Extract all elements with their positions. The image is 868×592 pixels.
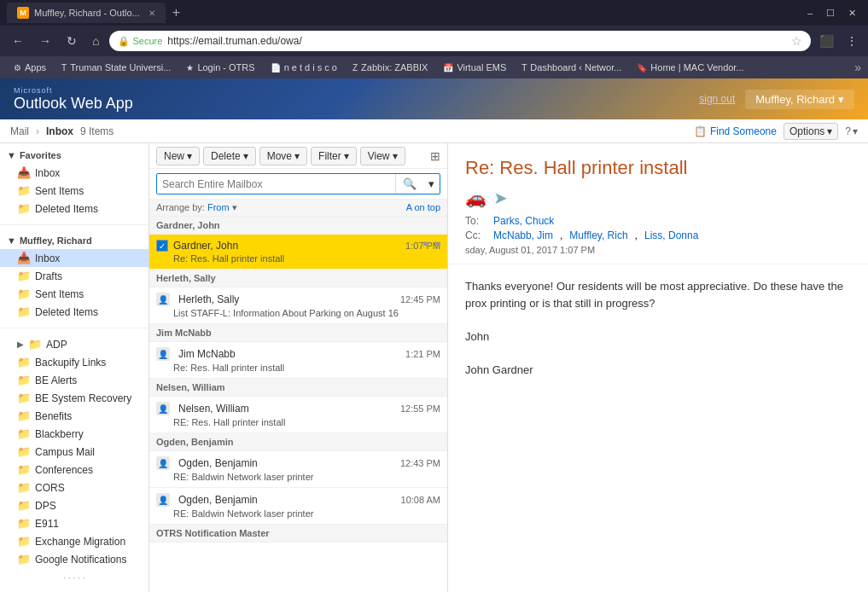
sidebar-item-inbox[interactable]: 📥 Inbox (0, 249, 149, 267)
find-someone-button[interactable]: 📋 Find Someone (694, 125, 777, 137)
extensions-button[interactable]: ⬛ (816, 32, 837, 49)
sidebar-item-sent[interactable]: 📁 Sent Items (0, 285, 149, 303)
email-category-icon[interactable]: ⚑ (434, 240, 442, 251)
sidebar-item-conferences[interactable]: 📁 Conferences (0, 461, 149, 479)
deleted-icon: 📁 (17, 305, 31, 318)
delete-button[interactable]: Delete ▾ (203, 147, 256, 165)
adp-expand-icon: ▶ (17, 340, 24, 349)
sidebar-item-campus-mail[interactable]: 📁 Campus Mail (0, 443, 149, 461)
email-avatar-icon: 👤 (156, 493, 170, 507)
to-label: To: (465, 215, 486, 227)
more-bookmarks-button[interactable]: » (854, 61, 861, 74)
email-item[interactable]: 👤 Nelsen, William 12:55 PM RE: Res. Hall… (149, 397, 447, 433)
sent-icon: 📁 (17, 287, 31, 300)
search-dropdown-button[interactable]: ▾ (423, 176, 440, 192)
nav-mail-link[interactable]: Mail (10, 125, 29, 137)
sign-out-link[interactable]: sign out (699, 93, 735, 105)
sidebar-item-be-system[interactable]: 📁 BE System Recovery (0, 389, 149, 407)
campus-mail-icon: 📁 (17, 445, 31, 458)
bookmark-netdisco[interactable]: 📄 n e t d i s c o (264, 61, 344, 74)
email-checkbox[interactable]: ✓ (156, 240, 168, 252)
arrange-by-link[interactable]: From (207, 202, 230, 212)
a-on-top-link[interactable]: A on top (406, 202, 440, 213)
sidebar-user-section: ▼ Muffley, Richard 📥 Inbox 📁 Drafts 📁 Se… (0, 229, 149, 324)
bookmark-virtual-ems[interactable]: 📅 Virtual EMS (436, 61, 513, 74)
email-avatar-icon: 👤 (156, 402, 170, 415)
email-flag-icon[interactable]: ⚑ (422, 240, 430, 251)
inbox-main-icon: 📥 (17, 252, 31, 264)
browser-tab[interactable]: M Muffley, Richard - Outlo... ✕ (7, 3, 166, 23)
email-item[interactable]: ✓ Gardner, John 1:07 PM Re: Res. Hall pr… (149, 235, 447, 270)
sidebar-item-backupify[interactable]: 📁 Backupify Links (0, 353, 149, 371)
browser-chrome: M Muffley, Richard - Outlo... ✕ + – ☐ ✕ (0, 0, 868, 26)
minimize-button[interactable]: – (802, 6, 818, 20)
menu-button[interactable]: ⋮ (842, 32, 861, 49)
help-button[interactable]: ? ▾ (845, 125, 858, 137)
bookmark-apps[interactable]: ⚙ Apps (7, 61, 53, 74)
sidebar-item-exchange[interactable]: 📁 Exchange Migration (0, 532, 149, 550)
email-list: Gardner, John ✓ Gardner, John 1:07 PM Re… (149, 217, 447, 592)
search-input[interactable] (157, 175, 395, 194)
sidebar-item-favorites-deleted[interactable]: 📁 Deleted Items (0, 200, 149, 218)
sidebar-item-favorites-inbox[interactable]: 📥 Inbox (0, 164, 149, 182)
forward-button[interactable]: → (34, 31, 56, 51)
sidebar-item-blackberry[interactable]: 📁 Blackberry (0, 425, 149, 443)
email-sender: Ogden, Benjamin (178, 457, 395, 469)
email-subject: RE: Baldwin Network laser printer (156, 508, 440, 519)
email-item[interactable]: 👤 Ogden, Benjamin 10:08 AM RE: Baldwin N… (149, 488, 447, 525)
bookmark-mac-vendor[interactable]: 🔖 Home | MAC Vendor... (630, 61, 750, 74)
view-button[interactable]: View ▾ (360, 147, 405, 165)
truman-icon: T (61, 63, 67, 73)
new-button[interactable]: New ▾ (156, 147, 200, 165)
email-item[interactable]: 👤 Jim McNabb 1:21 PM Re: Res. Hall print… (149, 342, 447, 379)
bookmark-truman[interactable]: T Truman State Universi... (55, 61, 178, 74)
sidebar-item-cors[interactable]: 📁 CORS (0, 479, 149, 496)
refresh-button[interactable]: ↻ (61, 31, 82, 51)
netdisco-icon: 📄 (271, 63, 281, 73)
bookmark-zabbix[interactable]: Z Zabbix: ZABBIX (346, 61, 434, 74)
forward-button[interactable]: ➤ (493, 188, 508, 208)
email-group-header-nelsen: Nelsen, William (149, 379, 447, 397)
sidebar-item-deleted[interactable]: 📁 Deleted Items (0, 303, 149, 321)
tab-favicon: M (17, 7, 29, 19)
email-subject: Re: Res. Hall printer install (156, 253, 440, 264)
reading-actions: 🚗 ➤ (465, 188, 851, 208)
sidebar-item-drafts[interactable]: 📁 Drafts (0, 267, 149, 285)
email-subject: RE: Baldwin Network laser printer (156, 472, 440, 482)
filter-button[interactable]: Filter ▾ (311, 147, 357, 165)
cc-sep-1: , (560, 229, 562, 241)
email-item[interactable]: 👤 Ogden, Benjamin 12:43 PM RE: Baldwin N… (149, 451, 447, 488)
bookmark-otrs[interactable]: ★ Login - OTRS (179, 61, 261, 74)
backupify-icon: 📁 (17, 356, 31, 369)
reply-button[interactable]: 🚗 (465, 188, 486, 208)
to-value: Parks, Chuck (493, 215, 554, 227)
sidebar-item-e911[interactable]: 📁 E911 (0, 514, 149, 532)
sidebar-item-dps[interactable]: 📁 DPS (0, 496, 149, 514)
home-button[interactable]: ⌂ (87, 31, 104, 51)
options-button[interactable]: Options ▾ (784, 123, 838, 140)
sidebar-item-adp[interactable]: ▶ 📁 ADP (0, 335, 149, 353)
back-button[interactable]: ← (7, 31, 29, 51)
new-tab-button[interactable]: + (172, 5, 180, 20)
close-button[interactable]: ✕ (843, 6, 861, 20)
sidebar-item-be-alerts[interactable]: 📁 BE Alerts (0, 371, 149, 389)
move-button[interactable]: Move ▾ (259, 147, 307, 165)
sidebar-item-google[interactable]: 📁 Google Notifications (0, 550, 149, 568)
bookmark-star-icon[interactable]: ☆ (791, 34, 802, 48)
otrs-icon: ★ (186, 63, 194, 73)
search-submit-button[interactable]: 🔍 (395, 174, 423, 194)
sidebar-item-favorites-sent[interactable]: 📁 Sent Items (0, 182, 149, 200)
user-menu[interactable]: Muffley, Richard ▾ (745, 90, 854, 109)
address-bar[interactable]: 🔒 Secure https://email.truman.edu/owa/ ☆ (109, 31, 811, 51)
bookmark-dashboard[interactable]: T Dashboard ‹ Networ... (515, 61, 628, 74)
email-item[interactable]: 👤 Herleth, Sally 12:45 PM List STAFF-L: … (149, 287, 447, 324)
maximize-button[interactable]: ☐ (821, 6, 840, 20)
grid-view-icon[interactable]: ⊞ (430, 149, 440, 163)
sent-folder-icon: 📁 (17, 184, 31, 197)
owa-app: Microsoft Outlook Web App sign out Muffl… (0, 78, 868, 592)
blackberry-icon: 📁 (17, 427, 31, 440)
apps-icon: ⚙ (14, 63, 21, 73)
url-text: https://email.truman.edu/owa/ (167, 35, 786, 47)
sidebar-item-benefits[interactable]: 📁 Benefits (0, 407, 149, 425)
tab-close-button[interactable]: ✕ (149, 9, 155, 18)
